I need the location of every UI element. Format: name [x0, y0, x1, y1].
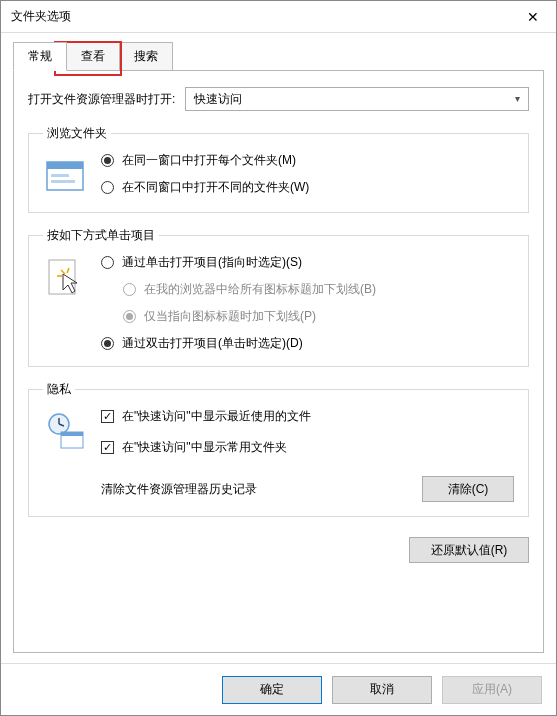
- close-button[interactable]: ✕: [510, 1, 556, 33]
- titlebar: 文件夹选项 ✕: [1, 1, 556, 33]
- browse-folders-group: 浏览文件夹 在同一窗口中打开每个文件夹(M): [28, 125, 529, 213]
- open-explorer-value: 快速访问: [194, 91, 242, 108]
- privacy-legend: 隐私: [43, 381, 75, 398]
- radio-icon: [123, 310, 136, 323]
- ok-button-label: 确定: [260, 681, 284, 698]
- tab-general[interactable]: 常规: [13, 42, 67, 71]
- tab-general-label: 常规: [28, 49, 52, 63]
- cancel-button-label: 取消: [370, 681, 394, 698]
- radio-double-click[interactable]: 通过双击打开项目(单击时选定)(D): [101, 335, 514, 352]
- radio-new-window[interactable]: 在不同窗口中打开不同的文件夹(W): [101, 179, 514, 196]
- radio-new-window-label: 在不同窗口中打开不同的文件夹(W): [122, 179, 309, 196]
- check-show-recent-label: 在"快速访问"中显示最近使用的文件: [122, 408, 311, 425]
- clear-history-label: 清除文件资源管理器历史记录: [101, 481, 257, 498]
- close-icon: ✕: [527, 9, 539, 25]
- dialog-footer: 确定 取消 应用(A): [1, 663, 556, 715]
- tab-strip: 常规 查看 搜索: [13, 42, 544, 71]
- tab-search[interactable]: 搜索: [119, 42, 173, 71]
- check-show-frequent-label: 在"快速访问"中显示常用文件夹: [122, 439, 287, 456]
- clear-button[interactable]: 清除(C): [422, 476, 514, 502]
- apply-button: 应用(A): [442, 676, 542, 704]
- cancel-button[interactable]: 取消: [332, 676, 432, 704]
- ok-button[interactable]: 确定: [222, 676, 322, 704]
- click-items-group: 按如下方式单击项目 通过单击打: [28, 227, 529, 367]
- restore-row: 还原默认值(R): [28, 537, 529, 563]
- radio-underline-browser-label: 在我的浏览器中给所有图标标题加下划线(B): [144, 281, 376, 298]
- open-explorer-select[interactable]: 快速访问 ▾: [185, 87, 529, 111]
- radio-icon: [101, 337, 114, 350]
- radio-icon: [101, 181, 114, 194]
- tab-view[interactable]: 查看: [66, 42, 120, 71]
- folder-options-dialog: 文件夹选项 ✕ 常规 查看 搜索 打开文件资源管理器时打开: 快速访问 ▾ 浏览…: [0, 0, 557, 716]
- restore-defaults-label: 还原默认值(R): [431, 542, 508, 559]
- radio-double-click-label: 通过双击打开项目(单击时选定)(D): [122, 335, 303, 352]
- check-show-recent[interactable]: 在"快速访问"中显示最近使用的文件: [101, 408, 514, 425]
- open-explorer-label: 打开文件资源管理器时打开:: [28, 91, 175, 108]
- apply-button-label: 应用(A): [472, 681, 512, 698]
- svg-rect-1: [47, 162, 83, 169]
- checkbox-icon: [101, 410, 114, 423]
- radio-underline-browser: 在我的浏览器中给所有图标标题加下划线(B): [123, 281, 514, 298]
- click-items-legend: 按如下方式单击项目: [43, 227, 159, 244]
- click-items-icon: [43, 256, 87, 300]
- clear-history-row: 清除文件资源管理器历史记录 清除(C): [101, 476, 514, 502]
- radio-icon: [101, 154, 114, 167]
- check-show-frequent[interactable]: 在"快速访问"中显示常用文件夹: [101, 439, 514, 456]
- svg-rect-13: [61, 432, 83, 436]
- privacy-group: 隐私 在"快速访问"中显示最近: [28, 381, 529, 517]
- chevron-down-icon: ▾: [515, 93, 520, 104]
- tab-view-label: 查看: [81, 49, 105, 63]
- tab-panel-general: 打开文件资源管理器时打开: 快速访问 ▾ 浏览文件夹: [13, 70, 544, 653]
- spacer: [28, 577, 529, 638]
- privacy-icon: [43, 410, 87, 454]
- restore-defaults-button[interactable]: 还原默认值(R): [409, 537, 529, 563]
- radio-icon: [101, 256, 114, 269]
- browse-folders-icon: [43, 154, 87, 198]
- dialog-body: 常规 查看 搜索 打开文件资源管理器时打开: 快速访问 ▾ 浏览文件夹: [1, 33, 556, 663]
- svg-rect-2: [51, 174, 69, 177]
- radio-same-window[interactable]: 在同一窗口中打开每个文件夹(M): [101, 152, 514, 169]
- window-title: 文件夹选项: [11, 8, 71, 25]
- tab-search-label: 搜索: [134, 49, 158, 63]
- radio-single-click[interactable]: 通过单击打开项目(指向时选定)(S): [101, 254, 514, 271]
- open-explorer-row: 打开文件资源管理器时打开: 快速访问 ▾: [28, 87, 529, 111]
- clear-button-label: 清除(C): [448, 481, 489, 498]
- radio-underline-point-label: 仅当指向图标标题时加下划线(P): [144, 308, 316, 325]
- svg-rect-3: [51, 180, 75, 183]
- radio-underline-point: 仅当指向图标标题时加下划线(P): [123, 308, 514, 325]
- radio-single-click-label: 通过单击打开项目(指向时选定)(S): [122, 254, 302, 271]
- radio-icon: [123, 283, 136, 296]
- browse-folders-legend: 浏览文件夹: [43, 125, 111, 142]
- checkbox-icon: [101, 441, 114, 454]
- radio-same-window-label: 在同一窗口中打开每个文件夹(M): [122, 152, 296, 169]
